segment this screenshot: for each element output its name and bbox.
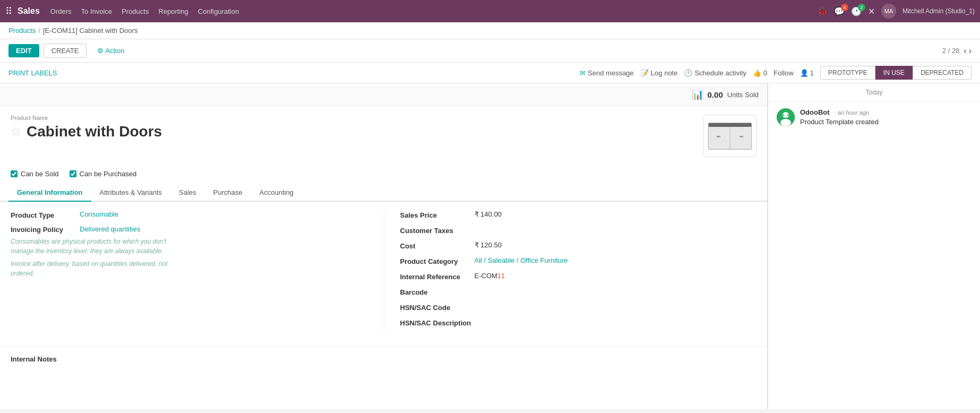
units-sold-value: 0.00 — [708, 90, 723, 99]
svg-rect-4 — [740, 136, 743, 137]
can-be-purchased-checkbox[interactable]: Can be Purchased — [70, 170, 137, 178]
action-dropdown[interactable]: ⚙ Action — [97, 47, 124, 55]
top-navigation: ⠿ Sales Orders To Invoice Products Repor… — [0, 0, 980, 22]
toolbar: EDIT CREATE ⚙ Action 2 / 28 ‹ › — [0, 39, 980, 63]
tab-accounting[interactable]: Accounting — [251, 184, 302, 202]
barcode-field: Barcode — [400, 287, 757, 296]
invoicing-policy-value[interactable]: Delivered quantities — [80, 225, 140, 233]
likes-button[interactable]: 👍 0 — [753, 69, 767, 77]
breadcrumb-current: [E-COM11] Cabinet with Doors — [43, 27, 137, 35]
nav-reporting[interactable]: Reporting — [158, 5, 188, 18]
follow-button[interactable]: Follow — [773, 69, 794, 77]
close-icon[interactable]: ✕ — [868, 6, 875, 16]
tab-purchase[interactable]: Purchase — [205, 184, 251, 202]
next-arrow[interactable]: › — [969, 46, 972, 56]
tab-sales[interactable]: Sales — [170, 184, 205, 202]
product-type-value[interactable]: Consumable — [80, 210, 118, 218]
svg-point-8 — [783, 115, 785, 116]
product-name-row: ☆ Cabinet with Doors — [11, 123, 703, 140]
activity-icon[interactable]: 🕐 2 — [851, 6, 862, 16]
product-image[interactable] — [703, 115, 757, 157]
main-content: 📊 0.00 Units Sold Product Name ☆ Cabinet… — [0, 83, 980, 409]
can-be-sold-checkbox[interactable]: Can be Sold — [11, 170, 59, 178]
right-panel: Today OdooBot · an hour ago Product Temp… — [768, 83, 980, 409]
form-grid: Product Type Consumable Invoicing Policy… — [11, 210, 757, 333]
schedule-activity-button[interactable]: 🕐 Schedule activity — [684, 69, 746, 77]
product-name: Cabinet with Doors — [27, 123, 162, 140]
status-inuse[interactable]: IN USE — [875, 66, 913, 80]
internal-notes-section: Internal Notes — [0, 346, 767, 376]
product-category-label: Product Category — [400, 256, 475, 265]
hsn-sac-desc-field: HSN/SAC Description — [400, 318, 757, 327]
app-name[interactable]: Sales — [18, 6, 40, 16]
sales-price-value[interactable]: ₹ 140.00 — [475, 210, 502, 218]
chat-today-header: Today — [768, 83, 980, 102]
nav-to-invoice[interactable]: To Invoice — [81, 5, 113, 18]
favorite-star-icon[interactable]: ☆ — [11, 125, 21, 139]
svg-rect-1 — [709, 123, 752, 127]
nav-configuration[interactable]: Configuration — [198, 5, 239, 18]
send-message-button[interactable]: ✉ Send message — [580, 69, 634, 77]
tab-attributes-variants[interactable]: Attributes & Variants — [91, 184, 171, 202]
cost-value[interactable]: ₹ 120.50 — [475, 241, 502, 249]
units-sold-stat[interactable]: 📊 0.00 Units Sold — [692, 89, 759, 100]
nav-products[interactable]: Products — [122, 5, 149, 18]
left-panel: 📊 0.00 Units Sold Product Name ☆ Cabinet… — [0, 83, 768, 409]
activity-badge: 2 — [858, 4, 865, 11]
svg-point-7 — [780, 119, 791, 126]
log-note-button[interactable]: 📝 Log note — [640, 69, 678, 77]
invoicing-hint1: Consumables are physical products for wh… — [11, 237, 170, 256]
sales-price-label: Sales Price — [400, 210, 475, 219]
product-type-field: Product Type Consumable — [11, 210, 368, 219]
cost-label: Cost — [400, 241, 475, 250]
action-buttons: ✉ Send message 📝 Log note 🕐 Schedule act… — [580, 66, 972, 80]
tabs: General Information Attributes & Variant… — [0, 184, 767, 202]
create-button[interactable]: CREATE — [44, 44, 87, 58]
product-name-label: Product Name — [11, 115, 703, 121]
top-nav-right: 🐞 💬 4 🕐 2 ✕ MA Mitchell Admin (Studio_1) — [818, 4, 975, 19]
breadcrumb-parent[interactable]: Products — [8, 27, 36, 35]
status-deprecated[interactable]: DEPRECATED — [913, 66, 972, 80]
chat-icon[interactable]: 💬 4 — [834, 6, 845, 16]
app-grid-icon[interactable]: ⠿ — [5, 5, 12, 17]
tab-general-information[interactable]: General Information — [8, 184, 91, 202]
chat-badge: 4 — [841, 4, 848, 11]
sales-price-field: Sales Price ₹ 140.00 — [400, 210, 757, 219]
product-header: Product Name ☆ Cabinet with Doors — [0, 106, 767, 166]
internal-reference-value[interactable]: E-COM11 — [475, 272, 505, 280]
person-icon: 👤 — [800, 69, 809, 77]
customer-taxes-field: Customer Taxes — [400, 226, 757, 235]
status-prototype[interactable]: PROTOTYPE — [820, 66, 875, 80]
prev-arrow[interactable]: ‹ — [964, 46, 966, 56]
invoicing-policy-field: Invoicing Policy Delivered quantities Co… — [11, 225, 368, 278]
user-name[interactable]: Mitchell Admin (Studio_1) — [902, 7, 975, 15]
pagination-section: 2 / 28 ‹ › — [942, 46, 972, 56]
product-type-label: Product Type — [11, 210, 80, 219]
tab-content: Product Type Consumable Invoicing Policy… — [0, 202, 767, 342]
likes-icon: 👍 — [753, 69, 761, 77]
invoicing-policy-label: Invoicing Policy — [11, 225, 80, 234]
bug-icon[interactable]: 🐞 — [818, 6, 828, 16]
hsn-sac-desc-label: HSN/SAC Description — [400, 318, 475, 327]
product-category-value[interactable]: All / Saleable / Office Furniture — [475, 256, 568, 264]
hsn-sac-code-label: HSN/SAC Code — [400, 303, 475, 312]
status-buttons: PROTOTYPE IN USE DEPRECATED — [820, 66, 972, 80]
print-labels-button[interactable]: PRINT LABELS — [8, 69, 57, 77]
barcode-label: Barcode — [400, 287, 475, 296]
user-avatar[interactable]: MA — [881, 4, 896, 19]
form-right: Sales Price ₹ 140.00 Customer Taxes Cost… — [384, 210, 757, 333]
product-image-svg — [706, 117, 754, 154]
edit-button[interactable]: EDIT — [8, 44, 39, 57]
invoicing-hint2: Invoice after delivery, based on quantit… — [11, 259, 170, 278]
message-time: · an hour ago — [835, 109, 869, 116]
nav-orders[interactable]: Orders — [50, 5, 72, 18]
breadcrumb-separator: / — [38, 27, 40, 35]
checkbox-row: Can be Sold Can be Purchased — [0, 166, 767, 184]
chart-icon: 📊 — [692, 89, 703, 100]
nav-items: Orders To Invoice Products Reporting Con… — [50, 5, 818, 18]
svg-rect-3 — [717, 136, 720, 137]
message-body: OdooBot · an hour ago Product Template c… — [800, 108, 972, 126]
customer-taxes-label: Customer Taxes — [400, 226, 475, 235]
hsn-sac-code-field: HSN/SAC Code — [400, 303, 757, 312]
status-bar: PRINT LABELS ✉ Send message 📝 Log note 🕐… — [0, 63, 980, 83]
